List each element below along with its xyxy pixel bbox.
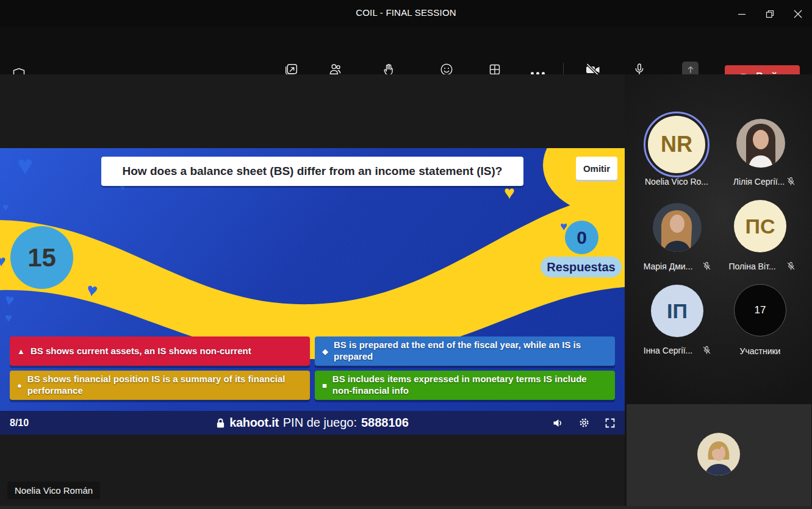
avatar	[736, 119, 785, 168]
self-view-tile[interactable]	[627, 404, 811, 507]
pin-value: 5888106	[361, 416, 409, 430]
participant-name: Лілія Сергії...	[723, 177, 795, 187]
participants-overflow-label: Участники	[727, 346, 794, 356]
shared-kahoot-video: How does a balance sheet (BS) differ fro…	[0, 148, 625, 435]
meeting-window: COIL - FINAL SESSION --:--	[0, 0, 812, 509]
window-title: COIL - FINAL SESSION	[0, 7, 812, 18]
restore-button[interactable]	[756, 0, 784, 27]
answer-text: BS shows financial position IS is a summ…	[27, 374, 301, 397]
avatar	[697, 433, 740, 475]
participant-tile-mariia[interactable]	[653, 203, 702, 254]
presenter-name-tag: Noelia Vico Román	[7, 482, 100, 499]
participant-name: Поліна Віт...	[719, 262, 786, 271]
circle-icon: ●	[17, 381, 22, 390]
timer-value: 15	[27, 243, 56, 272]
mic-off-icon	[702, 346, 711, 357]
answer-text: BS includes items expressed in monetary …	[332, 374, 606, 397]
participant-tile-noelia[interactable]: NR	[644, 112, 710, 177]
heart-icon	[17, 152, 33, 179]
kahoot-site: kahoot.it	[229, 416, 279, 430]
minimize-button[interactable]	[728, 0, 756, 27]
heart-icon	[0, 253, 5, 269]
question-text: How does a balance sheet (BS) differ fro…	[123, 165, 503, 178]
answer-option-diamond[interactable]: ◆ BS is prepared at the end of the fisca…	[315, 336, 615, 366]
participant-name: Марія Дми...	[634, 262, 702, 271]
avatar: NR	[648, 116, 705, 173]
heart-icon	[2, 202, 9, 213]
answers-count: 0	[577, 227, 587, 248]
window-controls	[728, 0, 812, 27]
participants-count: 17	[734, 284, 786, 336]
square-icon: ■	[322, 381, 327, 390]
triangle-icon: ▲	[17, 347, 25, 356]
answers-label-pill: Respuestas	[541, 257, 622, 277]
answer-text: BS shows current assets, an IS shows non…	[31, 346, 251, 357]
title-bar: COIL - FINAL SESSION	[0, 0, 812, 27]
question-box: How does a balance sheet (BS) differ fro…	[101, 157, 523, 186]
answer-option-circle[interactable]: ● BS shows financial position IS is a su…	[10, 371, 310, 400]
mic-off-icon	[702, 262, 711, 273]
participant-tile-polina[interactable]: ПС	[734, 200, 786, 252]
answers-count-bubble: 0	[565, 221, 598, 254]
participant-name: Інна Сергії...	[634, 346, 702, 355]
answer-options: ▲ BS shows current assets, an IS shows n…	[10, 336, 615, 400]
diamond-icon: ◆	[322, 347, 328, 356]
answer-option-square[interactable]: ■ BS includes items expressed in monetar…	[315, 371, 615, 400]
participant-name: Noelia Vico Ro...	[631, 177, 722, 187]
mic-off-icon	[786, 262, 796, 273]
heart-icon	[5, 311, 12, 324]
pin-label: PIN de juego:	[283, 416, 357, 430]
volume-icon[interactable]	[553, 418, 563, 428]
answer-option-triangle[interactable]: ▲ BS shows current assets, an IS shows n…	[10, 336, 310, 366]
avatar: ІП	[651, 285, 703, 337]
kahoot-footer-bar: 8/10 kahoot.it PIN de juego: 5888106	[0, 411, 625, 435]
countdown-timer: 15	[10, 226, 73, 289]
overflow-participants-tile[interactable]: 17	[734, 284, 786, 336]
mic-off-icon	[786, 177, 796, 188]
heart-icon	[504, 183, 515, 202]
answer-text: BS is prepared at the end of the fiscal …	[334, 340, 606, 363]
avatar: ПС	[734, 200, 786, 252]
lock-icon	[216, 418, 225, 429]
avatar	[653, 203, 702, 252]
skip-question-button[interactable]: Omitir	[576, 157, 617, 180]
settings-gear-icon[interactable]	[579, 418, 589, 428]
close-button[interactable]	[784, 0, 812, 27]
answers-label: Respuestas	[547, 260, 615, 274]
fullscreen-icon[interactable]	[605, 418, 615, 428]
participant-tile-liliia[interactable]	[736, 119, 785, 170]
speaking-indicator-ring: NR	[644, 112, 710, 177]
participant-tile-inna[interactable]: ІП	[651, 285, 703, 337]
meeting-toolbar: --:-- Контент Участники	[0, 27, 812, 74]
window-bottom-edge	[0, 506, 812, 509]
